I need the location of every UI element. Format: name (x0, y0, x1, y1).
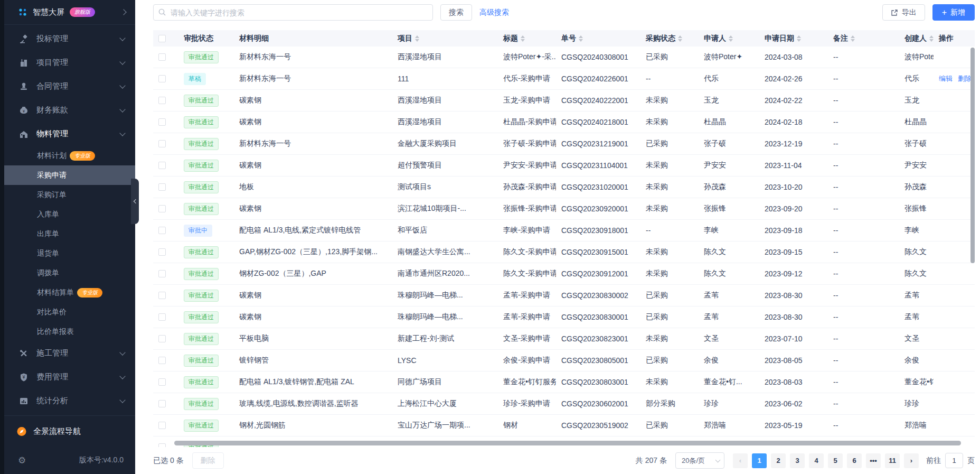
edit-link[interactable]: 编辑 (939, 74, 953, 83)
row-checkbox[interactable] (158, 248, 166, 256)
column-header-purchase_status[interactable]: 采购状态 (640, 34, 699, 43)
delete-link[interactable]: 删除 (958, 74, 972, 83)
sidebar-item-project[interactable]: 项目管理 (4, 51, 135, 75)
row-checkbox[interactable] (158, 422, 166, 429)
sidebar-item-expense[interactable]: ¥费用管理 (4, 365, 135, 389)
cell-creator: 李峡 (899, 226, 934, 235)
cell-applicant: 李峡 (699, 226, 759, 235)
cell-apply_date: 2023-08-03 (759, 378, 828, 386)
row-checkbox[interactable] (158, 140, 166, 147)
sidebar-menu: 投标管理项目管理合同管理¥财务账款物料管理材料计划专业版采购申请采购订单入库单出… (4, 25, 135, 415)
page-button-1[interactable]: 1 (752, 453, 767, 468)
sidebar-item-return[interactable]: 退货单 (4, 244, 135, 263)
page-button-6[interactable]: 6 (847, 453, 862, 468)
sidebar-collapse-handle[interactable] (131, 179, 139, 224)
sort-caret-icon[interactable] (521, 35, 525, 42)
column-header-select[interactable] (153, 35, 178, 42)
sidebar-item-price-report[interactable]: 比价单报表 (4, 322, 135, 341)
page-button-11[interactable]: 11 (885, 453, 900, 468)
row-checkbox[interactable] (158, 227, 166, 234)
sort-caret-icon[interactable] (729, 35, 733, 42)
select-all-checkbox[interactable] (158, 35, 166, 42)
column-header-order_no[interactable]: 单号 (556, 34, 640, 43)
sidebar-item-construction[interactable]: 施工管理 (4, 341, 135, 365)
row-checkbox[interactable] (158, 292, 166, 299)
sidebar-item-transfer[interactable]: 调拨单 (4, 263, 135, 283)
page-size-select[interactable]: 20条/页 (675, 452, 724, 469)
sort-caret-icon[interactable] (929, 35, 934, 42)
vertical-scrollbar[interactable] (970, 48, 975, 440)
sidebar-item-smart-screen[interactable]: 智慧大屏 旗舰版 (4, 0, 135, 25)
row-checkbox[interactable] (158, 97, 166, 104)
row-checkbox[interactable] (158, 53, 166, 61)
column-header-apply_date[interactable]: 申请日期 (759, 34, 828, 43)
export-button[interactable]: 导出 (882, 4, 925, 21)
cell-creator: 张子硕 (899, 139, 934, 148)
row-checkbox[interactable] (158, 75, 166, 82)
cell-purchase_status: 已采购 (640, 356, 699, 365)
horizontal-scrollbar-thumb[interactable] (174, 441, 961, 445)
chevron-down-icon (119, 130, 125, 136)
page-button-2[interactable]: 2 (771, 453, 786, 468)
page-button-4[interactable]: 4 (809, 453, 824, 468)
sidebar-item-bid[interactable]: 投标管理 (4, 27, 135, 51)
delete-button[interactable]: 删除 (192, 452, 224, 469)
column-header-remark[interactable]: 备注 (828, 34, 899, 43)
sort-caret-icon[interactable] (797, 35, 801, 42)
row-checkbox[interactable] (158, 443, 166, 447)
search-button[interactable]: 搜索 (440, 4, 472, 21)
search-input[interactable] (153, 4, 433, 21)
page-ellipsis[interactable]: ••• (866, 453, 881, 468)
cell-approval_status: 审批通过 (178, 138, 234, 150)
row-checkbox[interactable] (158, 335, 166, 342)
goto-page-input[interactable] (945, 453, 963, 468)
column-label: 操作 (939, 34, 954, 43)
advanced-search-link[interactable]: 高级搜索 (479, 4, 509, 21)
row-checkbox[interactable] (158, 118, 166, 126)
table-row: 审批通过碳素钢超付预警项目尹安安-采购申请CGSQ20231104001未采购尹… (153, 155, 975, 176)
row-checkbox[interactable] (158, 357, 166, 364)
sidebar-item-finance[interactable]: ¥财务账款 (4, 98, 135, 122)
page-button-5[interactable]: 5 (828, 453, 843, 468)
sidebar-item-settlement[interactable]: 材料结算单专业版 (4, 283, 135, 302)
column-header-applicant[interactable]: 申请人 (699, 34, 759, 43)
cell-select (153, 357, 178, 364)
cell-approval_status: 审批中 (178, 225, 234, 237)
row-checkbox[interactable] (158, 400, 166, 407)
sidebar-item-compare-price[interactable]: 对比单价 (4, 302, 135, 322)
column-header-creator[interactable]: 创建人 (899, 34, 934, 43)
row-checkbox[interactable] (158, 313, 166, 321)
sidebar-item-material-plan[interactable]: 材料计划专业版 (4, 146, 135, 165)
prev-page-button[interactable]: ‹ (733, 453, 748, 468)
sort-caret-icon[interactable] (579, 35, 583, 42)
sidebar-item-purchase-request[interactable]: 采购申请 (4, 165, 135, 185)
sort-caret-icon[interactable] (415, 35, 419, 42)
sidebar-item-panorama-nav[interactable]: 全景流程导航 (4, 420, 135, 442)
cell-approval_status: 审批通过 (178, 311, 234, 323)
sort-caret-icon[interactable] (851, 35, 855, 42)
smart-screen-label: 智慧大屏 (33, 7, 64, 17)
sidebar-item-material[interactable]: 物料管理 (4, 122, 135, 146)
sidebar-item-inbound[interactable]: 入库单 (4, 205, 135, 224)
row-checkbox[interactable] (158, 162, 166, 169)
cell-apply_date: 2023-08-30 (759, 313, 828, 321)
row-checkbox[interactable] (158, 205, 166, 212)
sidebar-item-outbound[interactable]: 出库单 (4, 224, 135, 244)
gear-icon[interactable]: ⚙ (18, 455, 26, 466)
column-header-project[interactable]: 项目 (392, 34, 498, 43)
row-checkbox[interactable] (158, 378, 166, 386)
next-page-button[interactable]: › (904, 453, 919, 468)
sidebar-item-stats[interactable]: 统计分析 (4, 389, 135, 413)
vertical-scrollbar-thumb[interactable] (970, 48, 975, 263)
add-button[interactable]: + 新增 (932, 4, 975, 21)
page-button-3[interactable]: 3 (790, 453, 805, 468)
sort-caret-icon[interactable] (678, 35, 682, 42)
cell-applicant: 陈久文 (699, 247, 759, 257)
sidebar-item-contract[interactable]: 合同管理 (4, 75, 135, 98)
cell-order_no: CGSQ20230830001 (556, 313, 640, 321)
row-checkbox[interactable] (158, 270, 166, 277)
cell-creator: 陈久文 (899, 269, 934, 278)
sidebar-item-purchase-order[interactable]: 采购订单 (4, 185, 135, 205)
row-checkbox[interactable] (158, 183, 166, 191)
column-header-title[interactable]: 标题 (498, 34, 556, 43)
